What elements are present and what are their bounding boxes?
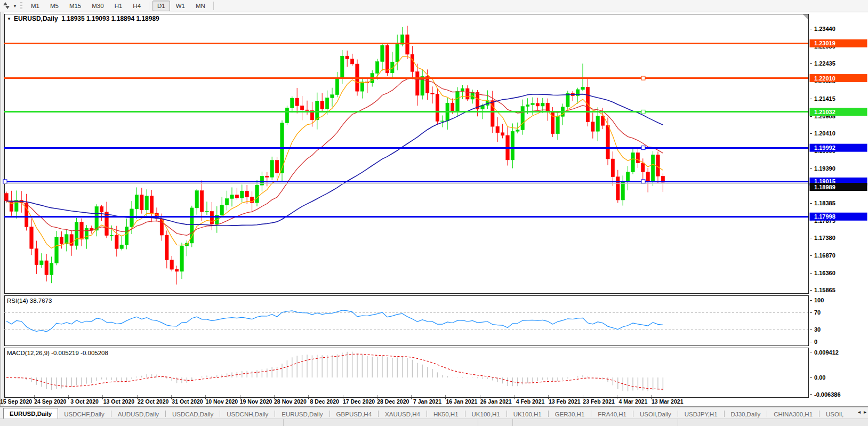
svg-text:100: 100 [814, 297, 824, 303]
tab-divider [220, 411, 220, 417]
svg-text:1.18385: 1.18385 [814, 200, 835, 206]
tab-china300-h1[interactable]: CHINA300,H1 [768, 409, 818, 419]
tab-usdchf-daily[interactable]: USDCHF,Daily [58, 409, 110, 419]
svg-text:0: 0 [814, 339, 817, 345]
tab-ger30-h1[interactable]: GER30,H1 [549, 409, 591, 419]
tab-uk100-h1[interactable]: UK100,H1 [466, 409, 506, 419]
tab-hk50-h1[interactable]: HK50,H1 [428, 409, 464, 419]
tab-divider [678, 411, 678, 417]
svg-text:1.17380: 1.17380 [814, 235, 835, 241]
tab-divider [633, 411, 633, 417]
chart-title-ohlc: 1.18935 1.19093 1.18894 1.18989 [61, 15, 159, 22]
tab-scroll-left-icon[interactable]: ◂ [858, 409, 861, 415]
tab-uk100-h1[interactable]: UK100,H1 [508, 409, 548, 419]
svg-text:15 Sep 2020: 15 Sep 2020 [0, 398, 32, 405]
rsi-indicator-label: RSI(14) 38.7673 [7, 298, 52, 304]
tab-gbpusd-h4[interactable]: GBPUSD,H4 [331, 409, 377, 419]
svg-text:28 Dec 2020: 28 Dec 2020 [377, 398, 409, 405]
svg-text:1.22010: 1.22010 [814, 75, 835, 82]
svg-text:-0.006386: -0.006386 [814, 391, 841, 398]
time-axis[interactable]: 15 Sep 202024 Sep 20203 Oct 202013 Oct 2… [0, 397, 684, 405]
svg-text:1.15865: 1.15865 [814, 287, 835, 293]
svg-text:1.21415: 1.21415 [814, 95, 835, 102]
svg-text:24 Sep 2020: 24 Sep 2020 [34, 398, 66, 405]
toolbar-divider [213, 2, 214, 10]
svg-text:31 Oct 2020: 31 Oct 2020 [172, 398, 203, 405]
tab-eurusd-daily[interactable]: EURUSD,Daily [3, 408, 58, 419]
svg-text:13 Feb 2021: 13 Feb 2021 [549, 398, 581, 405]
timeframe-button-m15[interactable]: M15 [65, 1, 86, 11]
svg-text:1.22435: 1.22435 [814, 60, 835, 67]
chart-window: 1.234401.229301.224351.219251.214151.209… [0, 12, 868, 407]
tab-usdjpy-h1[interactable]: USDJPY,H1 [679, 409, 724, 419]
tab-divider [275, 411, 275, 417]
svg-text:17 Dec 2020: 17 Dec 2020 [343, 398, 375, 405]
tab-dj30-daily[interactable]: DJ30,Daily [725, 409, 767, 419]
svg-text:1.18989: 1.18989 [814, 184, 835, 190]
tab-scroll-buttons: ◂ ▸ [855, 409, 866, 415]
tab-audusd-daily[interactable]: AUDUSD,Daily [112, 409, 165, 419]
timeframe-button-mn[interactable]: MN [191, 1, 210, 11]
svg-text:1.21032: 1.21032 [814, 109, 835, 115]
svg-text:4 Mar 2021: 4 Mar 2021 [619, 398, 648, 405]
tab-divider [591, 411, 591, 417]
svg-text:30: 30 [814, 326, 821, 333]
timeframe-toolbar: ▼ M1M5M15M30H1H4D1W1MN [0, 0, 868, 12]
chart-menu-icon[interactable]: ▼ [7, 17, 11, 21]
chart-periods-icon[interactable] [2, 2, 12, 10]
svg-text:0.00: 0.00 [814, 374, 825, 381]
chart-title-symbol: EURUSD,Daily [14, 15, 58, 22]
svg-text:1.19992: 1.19992 [814, 144, 835, 151]
status-strip [0, 419, 868, 426]
timeframe-button-w1[interactable]: W1 [171, 1, 190, 11]
svg-text:1.17998: 1.17998 [814, 213, 835, 220]
tab-usdcnh-daily[interactable]: USDCNH,Daily [221, 409, 274, 419]
tab-divider [329, 411, 330, 417]
tab-divider [548, 411, 549, 417]
svg-text:26 Jan 2021: 26 Jan 2021 [480, 398, 512, 405]
svg-text:4 Feb 2021: 4 Feb 2021 [516, 398, 545, 405]
toolbar-dropdown-icon[interactable]: ▼ [13, 4, 17, 9]
mt4-window: ▼ M1M5M15M30H1H4D1W1MN 1.234401.229301.2… [0, 0, 868, 426]
timeframe-button-m1[interactable]: M1 [26, 1, 44, 11]
tab-usoil-[interactable]: USOil, [820, 409, 849, 419]
toolbar-gripper[interactable] [20, 2, 22, 10]
svg-text:3 Oct 2020: 3 Oct 2020 [70, 398, 99, 405]
svg-text:28 Nov 2020: 28 Nov 2020 [274, 398, 307, 405]
svg-text:8 Dec 2020: 8 Dec 2020 [310, 398, 339, 405]
svg-text:19 Nov 2020: 19 Nov 2020 [240, 398, 272, 405]
svg-text:22 Oct 2020: 22 Oct 2020 [138, 398, 169, 405]
timeframe-button-d1[interactable]: D1 [152, 1, 170, 11]
pane-borders [4, 14, 808, 397]
svg-text:1.16360: 1.16360 [814, 270, 835, 276]
tab-divider [111, 411, 111, 417]
svg-text:1.23440: 1.23440 [814, 26, 835, 32]
svg-text:13 Mar 2021: 13 Mar 2021 [652, 398, 684, 405]
tab-usdcad-daily[interactable]: USDCAD,Daily [166, 409, 219, 419]
tab-xauusd-h4[interactable]: XAUUSD,H4 [379, 409, 426, 419]
svg-text:1.20410: 1.20410 [814, 130, 835, 136]
timeframe-button-h4[interactable]: H4 [128, 1, 146, 11]
tab-usoil-daily[interactable]: USOil,Daily [634, 409, 677, 419]
timeframe-button-m30[interactable]: M30 [87, 1, 108, 11]
svg-text:1.23019: 1.23019 [814, 40, 835, 46]
tab-divider [378, 411, 379, 417]
macd-indicator-label: MACD(12,26,9) -0.005219 -0.005208 [7, 350, 108, 356]
svg-text:13 Oct 2020: 13 Oct 2020 [103, 398, 135, 405]
svg-text:10 Nov 2020: 10 Nov 2020 [205, 398, 238, 405]
tab-divider [427, 411, 427, 417]
tab-divider [507, 411, 507, 417]
svg-text:70: 70 [814, 309, 821, 316]
toolbar-divider [149, 2, 149, 10]
svg-text:1.16870: 1.16870 [814, 252, 835, 259]
tab-eurusd-daily[interactable]: EURUSD,Daily [276, 409, 328, 419]
price-axis[interactable]: 1.234401.229301.224351.219251.214151.209… [810, 26, 835, 293]
tab-divider [724, 411, 725, 417]
tab-scroll-right-icon[interactable]: ▸ [864, 409, 866, 415]
chart-title: ▼EURUSD,Daily 1.18935 1.19093 1.18894 1.… [7, 15, 159, 22]
chart-canvas[interactable]: 1.234401.229301.224351.219251.214151.209… [0, 12, 868, 407]
tab-divider [819, 411, 819, 417]
tab-fra40-h1[interactable]: FRA40,H1 [592, 409, 632, 419]
timeframe-button-m5[interactable]: M5 [45, 1, 63, 11]
timeframe-button-h1[interactable]: H1 [110, 1, 127, 11]
